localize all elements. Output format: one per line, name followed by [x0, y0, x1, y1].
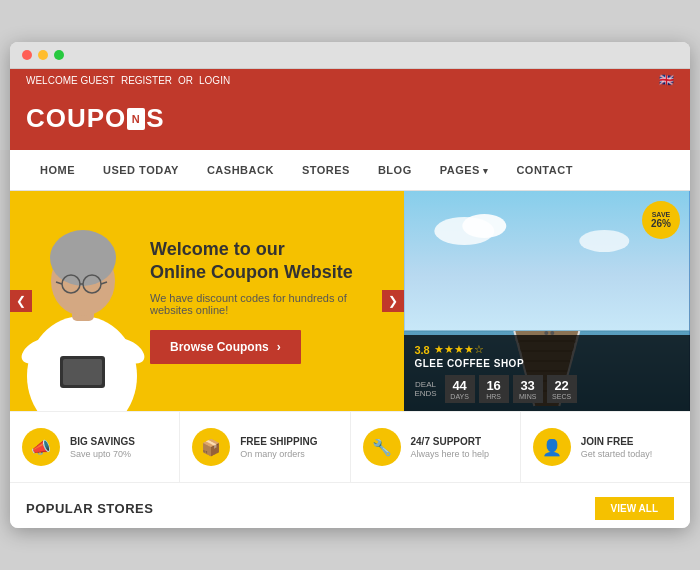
feature-free-shipping: 📦 FREE SHIPPING On many orders: [180, 412, 350, 482]
save-percentage: 26%: [651, 218, 671, 229]
support-sub: Always here to help: [411, 449, 490, 459]
browser-window: WELCOME GUEST REGISTER OR LOGIN 🇬🇧 COUPO…: [10, 42, 690, 528]
join-free-icon: 👤: [533, 428, 571, 466]
logo-text-1: COUPO: [26, 103, 126, 134]
deal-name: GLEE COFFEE SHOP: [414, 358, 680, 369]
dot-red[interactable]: [22, 50, 32, 60]
nav-contact[interactable]: CONTACT: [502, 150, 586, 190]
popular-stores-section: POPULAR STORES VIEW ALL: [10, 483, 690, 528]
feature-join-free: 👤 JOIN FREE Get started today!: [521, 412, 690, 482]
deal-rating: 3.8 ★★★★☆: [414, 343, 680, 356]
nav-stores[interactable]: STORES: [288, 150, 364, 190]
big-savings-icon: 📣: [22, 428, 60, 466]
feature-big-savings: 📣 BIG SAVINGS Save upto 70%: [10, 412, 180, 482]
view-all-button[interactable]: VIEW ALL: [595, 497, 674, 520]
dot-green[interactable]: [54, 50, 64, 60]
hero-title: Welcome to ourOnline Coupon Website: [150, 238, 374, 285]
popular-stores-title: POPULAR STORES: [26, 501, 153, 516]
join-free-title: JOIN FREE: [581, 436, 653, 447]
timer-mins: 33 MINS: [513, 375, 543, 403]
logo-icon-box: N: [127, 108, 145, 130]
rating-score: 3.8: [414, 344, 429, 356]
logo-text-2: S: [146, 103, 164, 134]
nav-pages[interactable]: PAGES: [426, 150, 503, 190]
support-icon: 🔧: [363, 428, 401, 466]
timer-secs: 22 SECS: [547, 375, 577, 403]
timer-hrs: 16 HRS: [479, 375, 509, 403]
feature-join-free-text: JOIN FREE Get started today!: [581, 436, 653, 459]
feature-big-savings-text: BIG SAVINGS Save upto 70%: [70, 436, 135, 459]
hero-next-arrow[interactable]: ❯: [382, 290, 404, 312]
flag-icon: 🇬🇧: [659, 73, 674, 87]
top-bar: WELCOME GUEST REGISTER OR LOGIN 🇬🇧: [10, 69, 690, 91]
hero-image: SAVE 26% 3.8 ★★★★☆ GLEE COFFEE SHOP DEAL…: [404, 191, 690, 411]
arrow-icon: ›: [277, 340, 281, 354]
main-nav: HOME USED TODAY CASHBACK STORES BLOG PAG…: [10, 150, 690, 191]
hero-prev-arrow[interactable]: ❮: [10, 290, 32, 312]
dot-yellow[interactable]: [38, 50, 48, 60]
nav-home[interactable]: HOME: [26, 150, 89, 190]
free-shipping-icon: 📦: [192, 428, 230, 466]
feature-support: 🔧 24/7 SUPPORT Always here to help: [351, 412, 521, 482]
svg-rect-10: [63, 359, 102, 385]
top-bar-left: WELCOME GUEST REGISTER OR LOGIN: [26, 75, 230, 86]
feature-free-shipping-text: FREE SHIPPING On many orders: [240, 436, 317, 459]
hero-section: ❮: [10, 191, 690, 411]
deal-ends-label: DEALENDS: [414, 380, 436, 398]
or-text: OR: [178, 75, 193, 86]
save-badge: SAVE 26%: [642, 201, 680, 239]
site-wrapper: WELCOME GUEST REGISTER OR LOGIN 🇬🇧 COUPO…: [10, 69, 690, 528]
hero-subtitle: We have discount codes for hundreds of w…: [150, 292, 374, 316]
join-free-sub: Get started today!: [581, 449, 653, 459]
svg-point-15: [463, 214, 507, 238]
svg-point-3: [50, 230, 116, 286]
save-label: SAVE: [652, 211, 671, 218]
big-savings-title: BIG SAVINGS: [70, 436, 135, 447]
nav-cashback[interactable]: CASHBACK: [193, 150, 288, 190]
login-link[interactable]: LOGIN: [199, 75, 230, 86]
logo[interactable]: COUPO N S: [26, 103, 674, 134]
hero-left: Welcome to ourOnline Coupon Website We h…: [10, 191, 404, 411]
browser-chrome: [10, 42, 690, 69]
nav-blog[interactable]: BLOG: [364, 150, 426, 190]
hero-right: SAVE 26% 3.8 ★★★★☆ GLEE COFFEE SHOP DEAL…: [404, 191, 690, 411]
feature-support-text: 24/7 SUPPORT Always here to help: [411, 436, 490, 459]
deal-timer: DEALENDS 44 DAYS 16 HRS 33 MI: [414, 375, 680, 403]
timer-days: 44 DAYS: [445, 375, 475, 403]
welcome-text: WELCOME GUEST: [26, 75, 115, 86]
hero-text-block: Welcome to ourOnline Coupon Website We h…: [150, 238, 374, 365]
rating-stars: ★★★★☆: [434, 343, 484, 356]
features-row: 📣 BIG SAVINGS Save upto 70% 📦 FREE SHIPP…: [10, 411, 690, 483]
nav-used-today[interactable]: USED TODAY: [89, 150, 193, 190]
browse-coupons-button[interactable]: Browse Coupons ›: [150, 330, 301, 364]
register-link[interactable]: REGISTER: [121, 75, 172, 86]
svg-point-16: [580, 230, 630, 252]
deal-card: 3.8 ★★★★☆ GLEE COFFEE SHOP DEALENDS 44 D…: [404, 335, 690, 411]
free-shipping-sub: On many orders: [240, 449, 317, 459]
big-savings-sub: Save upto 70%: [70, 449, 135, 459]
site-header: COUPO N S: [10, 91, 690, 150]
support-title: 24/7 SUPPORT: [411, 436, 490, 447]
free-shipping-title: FREE SHIPPING: [240, 436, 317, 447]
